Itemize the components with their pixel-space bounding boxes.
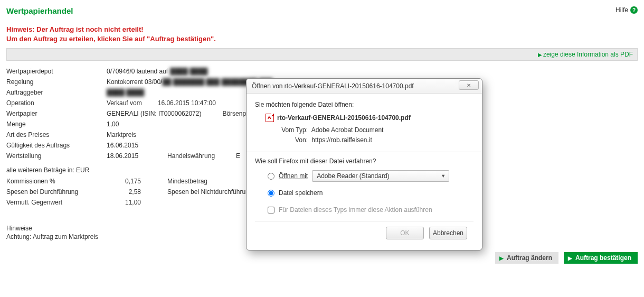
chevron-down-icon: ▼ [441, 173, 446, 179]
always-action-label: Für Dateien dieses Typs immer diese Akti… [279, 206, 432, 214]
gegenwert-value: 11,00 [93, 199, 141, 206]
spesen-d-label: Spesen bei Durchführung [6, 188, 93, 196]
close-icon: ✕ [467, 82, 471, 88]
regelung-value: Kontokorrent 03/00/ [107, 78, 162, 86]
page-title: Wertpapierhandel [6, 6, 638, 15]
wertpapier-value: GENERALI (ISIN: IT0000062072) [107, 110, 201, 117]
arrow-icon: ▶ [568, 255, 572, 261]
regelung-label: Regelung [6, 78, 107, 86]
menge-label: Menge [6, 120, 107, 128]
file-from-label: Von: [277, 135, 308, 145]
arrow-icon: ▶ [538, 52, 542, 58]
change-order-button[interactable]: ▶ Auftrag ändern [495, 252, 558, 264]
preisart-label: Art des Preises [6, 131, 107, 138]
dialog-title-text: Öffnen von rto-Verkauf-GENERALI-20150616… [252, 82, 414, 90]
download-dialog: Öffnen von rto-Verkauf-GENERALI-20150616… [246, 78, 482, 250]
help-icon: ? [630, 6, 638, 14]
open-with-radio[interactable] [268, 173, 274, 180]
gegenwert-label: Vermutl. Gegenwert [6, 199, 93, 206]
dialog-cancel-button[interactable]: Abbrechen [429, 227, 467, 239]
wertstellung-label: Wertstellung [6, 152, 107, 160]
kommissionen-label: Kommissionen % [6, 178, 93, 185]
open-with-label: Öffnen mit [279, 172, 308, 180]
order-warning-line1: Hinweis: Der Auftrag ist noch nicht erte… [6, 25, 638, 34]
help-link[interactable]: Hilfe ? [615, 6, 638, 14]
operation-value: Verkauf vom [107, 99, 142, 107]
auftraggeber-label: Auftraggeber [6, 89, 107, 96]
file-type-value: Adobe Acrobat Document [311, 126, 384, 134]
open-with-select[interactable]: Adobe Reader (Standard) ▼ [312, 170, 449, 182]
spesen-d-value: 2,58 [93, 188, 141, 196]
file-from-value: https://rob.raiffeisen.it [311, 136, 372, 144]
depot-value: 0/70946/0 lautend auf [107, 68, 168, 75]
dialog-intro: Sie möchten folgende Datei öffnen: [255, 101, 473, 108]
arrow-icon: ▶ [499, 255, 504, 261]
waehrung-value: E [236, 152, 240, 160]
auftraggeber-hidden: ████ ████ [107, 89, 144, 96]
dialog-close-button[interactable]: ✕ [459, 80, 479, 90]
menge-value: 1,00 [107, 120, 119, 128]
gueltigkeit-label: Gültigkeit des Auftrags [6, 142, 107, 149]
dialog-ok-button[interactable]: OK [386, 227, 424, 239]
save-file-label: Datei speichern [279, 189, 323, 197]
dialog-titlebar: Öffnen von rto-Verkauf-GENERALI-20150616… [247, 79, 482, 94]
order-warning: Hinweis: Der Auftrag ist noch nicht erte… [6, 25, 638, 44]
operation-label: Operation [6, 99, 107, 107]
footer-buttons: ▶ Auftrag ändern ▶ Auftrag bestätigen [6, 252, 638, 264]
wertstellung-value: 18.06.2015 [107, 152, 167, 160]
open-with-selected: Adobe Reader (Standard) [317, 172, 389, 180]
waehrung-label: Handelswährung [167, 152, 215, 160]
operation-datetime: 16.06.2015 10:47:00 [158, 99, 216, 107]
help-label: Hilfe [615, 6, 628, 14]
depot-hidden: ████ ████ [170, 68, 207, 75]
pdf-info-bar: ▶ zeige diese Information als PDF [6, 48, 638, 61]
preisart-value: Marktpreis [107, 131, 136, 138]
file-type-label: Vom Typ: [277, 125, 308, 135]
change-order-label: Auftrag ändern [507, 254, 552, 262]
save-file-radio[interactable] [268, 190, 274, 197]
pdf-icon [266, 114, 274, 122]
show-as-pdf-link[interactable]: zeige diese Information als PDF [543, 51, 633, 58]
dialog-question: Wie soll Firefox mit dieser Datei verfah… [255, 157, 473, 165]
wertpapier-label: Wertpapier [6, 110, 107, 117]
always-action-checkbox[interactable] [268, 207, 274, 214]
order-warning-line2: Um den Auftrag zu erteilen, klicken Sie … [6, 34, 638, 44]
dialog-filename: rto-Verkauf-GENERALI-20150616-104700.pdf [277, 114, 411, 122]
kommissionen-value: 0,175 [93, 178, 141, 185]
confirm-order-button[interactable]: ▶ Auftrag bestätigen [564, 252, 638, 264]
confirm-order-label: Auftrag bestätigen [575, 254, 631, 262]
gueltigkeit-value: 16.06.2015 [107, 142, 138, 149]
depot-label: Wertpapierdepot [6, 68, 107, 75]
